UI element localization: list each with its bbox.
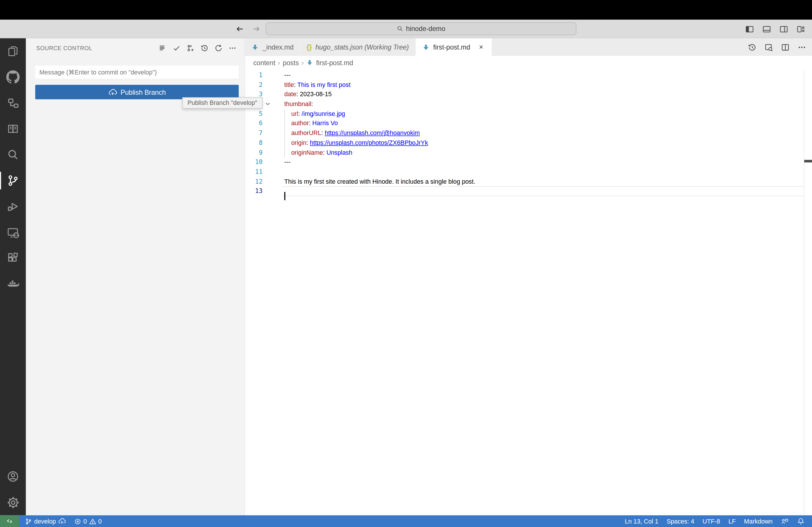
sidebar-item-github[interactable] — [0, 64, 26, 90]
open-preview-icon[interactable] — [763, 42, 774, 52]
code-line[interactable]: 2title: This is my first post — [245, 80, 812, 90]
tab-label: _index.md — [262, 43, 293, 51]
line-number: 8 — [245, 138, 263, 148]
editor-tab[interactable]: first-post.md× — [416, 38, 492, 56]
line-number: 6 — [245, 119, 263, 129]
sidebar-item-source-control[interactable] — [0, 168, 26, 194]
code-line[interactable]: 9 originName: Unsplash — [245, 148, 812, 157]
line-number: 1 — [245, 71, 263, 80]
account-icon — [6, 470, 19, 483]
commit-check-icon[interactable] — [171, 42, 182, 54]
sidebar-item-hierarchy[interactable] — [0, 90, 26, 116]
debug-icon — [7, 200, 19, 213]
sidebar-item-explorer[interactable] — [0, 38, 26, 64]
sidebar-item-docs[interactable] — [0, 116, 26, 142]
sidebar-item-docker[interactable] — [0, 271, 26, 297]
code-line[interactable]: 3date: 2023-08-15 — [245, 90, 812, 100]
remote-indicator[interactable] — [0, 515, 19, 527]
branch-create-icon[interactable] — [185, 42, 196, 54]
sidebar-item-extensions[interactable] — [0, 245, 26, 271]
encoding-item[interactable]: UTF-8 — [700, 515, 722, 527]
layout-sidebar-right-icon[interactable] — [778, 24, 789, 34]
language-mode-item[interactable]: Markdown — [742, 515, 774, 527]
code-line[interactable]: 13 — [245, 186, 812, 196]
branch-status-item[interactable]: develop — [22, 515, 69, 527]
history-icon[interactable] — [199, 42, 210, 54]
feedback-button[interactable] — [779, 515, 791, 527]
command-center[interactable]: hinode-demo — [266, 22, 576, 35]
markdown-file-icon — [306, 59, 314, 66]
hierarchy-icon — [7, 97, 19, 109]
code-line[interactable]: 7 authorURL: https://unsplash.com/@hoanv… — [245, 129, 812, 138]
overview-ruler-cursor-mark — [804, 160, 812, 163]
cloud-upload-icon — [58, 517, 66, 525]
code-line[interactable]: 10--- — [245, 157, 812, 167]
github-icon — [6, 71, 19, 84]
timeline-history-icon[interactable] — [747, 42, 757, 52]
sidebar-item-run-debug[interactable] — [0, 194, 26, 219]
code-text: authorURL: https://unsplash.com/@hoanvok… — [284, 129, 420, 138]
indentation-item[interactable]: Spaces: 4 — [665, 515, 697, 527]
code-line[interactable]: 12This is my first site created with Hin… — [245, 177, 812, 186]
line-number: 9 — [245, 148, 263, 157]
text-cursor — [284, 192, 285, 200]
feedback-icon — [781, 517, 789, 525]
commit-message-input[interactable] — [35, 66, 239, 79]
fold-chevron-icon[interactable] — [262, 102, 273, 107]
status-bar: develop 0 0 Ln 13, Col 1 Spaces: 4 UTF-8… — [0, 515, 812, 527]
code-line[interactable]: 1--- — [245, 71, 812, 80]
layout-sidebar-left-icon[interactable] — [744, 24, 755, 34]
breadcrumb-item[interactable]: posts — [283, 59, 299, 66]
sidebar-item-remote-explorer[interactable] — [0, 219, 26, 245]
editor-tab[interactable]: _index.md — [245, 38, 301, 56]
view-as-list-icon[interactable] — [157, 42, 168, 54]
gear-icon — [6, 496, 19, 509]
overview-ruler[interactable] — [803, 69, 804, 515]
breadcrumb-item[interactable]: content — [253, 59, 275, 66]
more-actions-icon[interactable] — [227, 42, 238, 54]
more-actions-icon[interactable] — [796, 42, 807, 52]
refresh-icon[interactable] — [213, 42, 224, 54]
code-editor[interactable]: 1---2title: This is my first post3date: … — [245, 69, 812, 515]
editor-tab[interactable]: {}hugo_stats.json (Working Tree) — [301, 38, 416, 56]
sidebar-item-search[interactable] — [0, 142, 26, 167]
remote-explorer-icon — [6, 226, 19, 239]
account-button[interactable] — [0, 464, 26, 490]
layout-panel-icon[interactable] — [761, 24, 772, 34]
cloud-upload-icon — [108, 88, 117, 96]
cursor-position-item[interactable]: Ln 13, Col 1 — [623, 515, 660, 527]
files-icon — [7, 45, 19, 57]
code-text: thumbnail: — [284, 100, 313, 109]
warning-count: 0 — [98, 518, 102, 525]
publish-branch-tooltip: Publish Branch "develop" — [183, 97, 262, 109]
code-text: originName: Unsplash — [284, 148, 352, 157]
source-control-sidebar: SOURCE CONTROL Publish Branch — [26, 38, 245, 515]
code-text: --- — [284, 157, 290, 167]
breadcrumb: content›posts›first-post.md — [245, 56, 812, 69]
breadcrumb-item[interactable]: first-post.md — [306, 59, 353, 66]
markdown-file-icon — [251, 43, 259, 51]
code-line[interactable]: 6 author: Harris Vo — [245, 119, 812, 129]
code-line[interactable]: 8 origin: https://unsplash.com/photos/ZX… — [245, 138, 812, 148]
layout-customize-icon[interactable] — [796, 24, 806, 34]
line-number: 11 — [245, 167, 263, 177]
close-icon[interactable]: × — [477, 43, 485, 51]
window-title: hinode-demo — [406, 25, 446, 33]
notifications-button[interactable] — [795, 515, 807, 527]
split-editor-icon[interactable] — [780, 42, 790, 52]
code-text: This is my first site created with Hinod… — [284, 177, 475, 186]
bell-icon — [797, 517, 805, 525]
code-line[interactable]: 11 — [245, 167, 812, 177]
eol-item[interactable]: LF — [726, 515, 738, 527]
line-number: 13 — [245, 186, 263, 196]
forward-arrow-icon[interactable] — [250, 23, 262, 34]
code-line[interactable]: 5 url: /img/sunrise.jpg — [245, 109, 812, 119]
code-line[interactable]: 4thumbnail: — [245, 100, 812, 109]
code-text: url: /img/sunrise.jpg — [284, 109, 345, 119]
line-number: 12 — [245, 177, 263, 186]
problems-status-item[interactable]: 0 0 — [72, 515, 104, 527]
settings-button[interactable] — [0, 490, 26, 515]
editor-group: _index.md{}hugo_stats.json (Working Tree… — [245, 38, 812, 515]
back-arrow-icon[interactable] — [234, 23, 245, 34]
activity-bar-spacer — [0, 297, 26, 464]
